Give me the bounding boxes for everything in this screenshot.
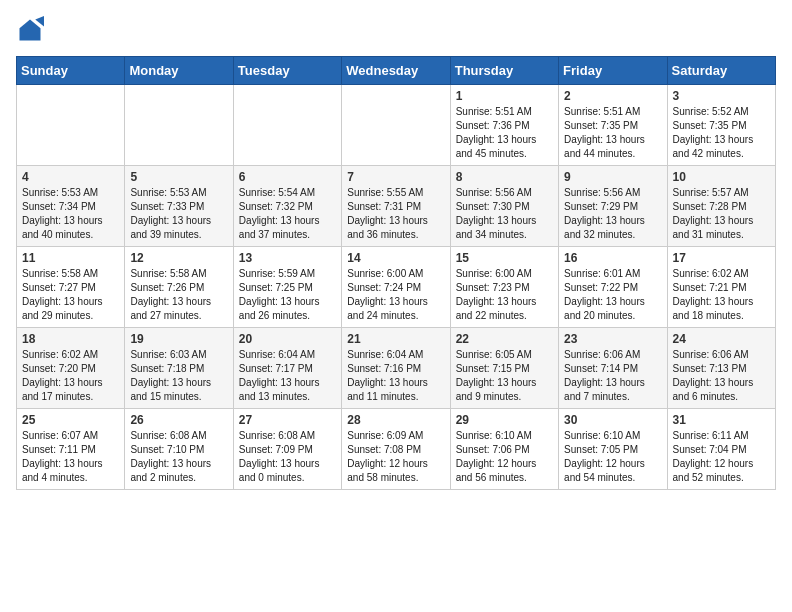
day-number: 3 bbox=[673, 89, 770, 103]
day-info: Sunrise: 5:53 AM Sunset: 7:33 PM Dayligh… bbox=[130, 186, 227, 242]
calendar-cell: 26Sunrise: 6:08 AM Sunset: 7:10 PM Dayli… bbox=[125, 409, 233, 490]
day-info: Sunrise: 6:00 AM Sunset: 7:23 PM Dayligh… bbox=[456, 267, 553, 323]
day-number: 24 bbox=[673, 332, 770, 346]
calendar-cell: 20Sunrise: 6:04 AM Sunset: 7:17 PM Dayli… bbox=[233, 328, 341, 409]
day-number: 9 bbox=[564, 170, 661, 184]
day-number: 22 bbox=[456, 332, 553, 346]
day-info: Sunrise: 5:55 AM Sunset: 7:31 PM Dayligh… bbox=[347, 186, 444, 242]
calendar-cell: 30Sunrise: 6:10 AM Sunset: 7:05 PM Dayli… bbox=[559, 409, 667, 490]
calendar-cell: 14Sunrise: 6:00 AM Sunset: 7:24 PM Dayli… bbox=[342, 247, 450, 328]
calendar-cell: 27Sunrise: 6:08 AM Sunset: 7:09 PM Dayli… bbox=[233, 409, 341, 490]
day-number: 12 bbox=[130, 251, 227, 265]
calendar-table: SundayMondayTuesdayWednesdayThursdayFrid… bbox=[16, 56, 776, 490]
calendar-cell: 4Sunrise: 5:53 AM Sunset: 7:34 PM Daylig… bbox=[17, 166, 125, 247]
calendar-cell: 16Sunrise: 6:01 AM Sunset: 7:22 PM Dayli… bbox=[559, 247, 667, 328]
svg-marker-0 bbox=[20, 20, 41, 41]
day-info: Sunrise: 5:57 AM Sunset: 7:28 PM Dayligh… bbox=[673, 186, 770, 242]
calendar-cell bbox=[125, 85, 233, 166]
day-info: Sunrise: 6:08 AM Sunset: 7:10 PM Dayligh… bbox=[130, 429, 227, 485]
calendar-cell: 31Sunrise: 6:11 AM Sunset: 7:04 PM Dayli… bbox=[667, 409, 775, 490]
calendar-cell: 9Sunrise: 5:56 AM Sunset: 7:29 PM Daylig… bbox=[559, 166, 667, 247]
day-number: 5 bbox=[130, 170, 227, 184]
calendar-cell: 17Sunrise: 6:02 AM Sunset: 7:21 PM Dayli… bbox=[667, 247, 775, 328]
week-row-3: 11Sunrise: 5:58 AM Sunset: 7:27 PM Dayli… bbox=[17, 247, 776, 328]
day-number: 20 bbox=[239, 332, 336, 346]
day-info: Sunrise: 5:59 AM Sunset: 7:25 PM Dayligh… bbox=[239, 267, 336, 323]
day-number: 21 bbox=[347, 332, 444, 346]
day-number: 19 bbox=[130, 332, 227, 346]
day-info: Sunrise: 6:06 AM Sunset: 7:14 PM Dayligh… bbox=[564, 348, 661, 404]
calendar-cell: 10Sunrise: 5:57 AM Sunset: 7:28 PM Dayli… bbox=[667, 166, 775, 247]
calendar-cell: 5Sunrise: 5:53 AM Sunset: 7:33 PM Daylig… bbox=[125, 166, 233, 247]
day-number: 25 bbox=[22, 413, 119, 427]
day-info: Sunrise: 6:11 AM Sunset: 7:04 PM Dayligh… bbox=[673, 429, 770, 485]
week-row-2: 4Sunrise: 5:53 AM Sunset: 7:34 PM Daylig… bbox=[17, 166, 776, 247]
calendar-cell: 28Sunrise: 6:09 AM Sunset: 7:08 PM Dayli… bbox=[342, 409, 450, 490]
day-number: 30 bbox=[564, 413, 661, 427]
day-info: Sunrise: 5:51 AM Sunset: 7:36 PM Dayligh… bbox=[456, 105, 553, 161]
header-day-saturday: Saturday bbox=[667, 57, 775, 85]
calendar-cell bbox=[17, 85, 125, 166]
day-info: Sunrise: 6:00 AM Sunset: 7:24 PM Dayligh… bbox=[347, 267, 444, 323]
day-number: 31 bbox=[673, 413, 770, 427]
day-number: 18 bbox=[22, 332, 119, 346]
header-day-tuesday: Tuesday bbox=[233, 57, 341, 85]
calendar-cell: 19Sunrise: 6:03 AM Sunset: 7:18 PM Dayli… bbox=[125, 328, 233, 409]
day-number: 13 bbox=[239, 251, 336, 265]
day-number: 27 bbox=[239, 413, 336, 427]
day-info: Sunrise: 6:08 AM Sunset: 7:09 PM Dayligh… bbox=[239, 429, 336, 485]
calendar-cell: 21Sunrise: 6:04 AM Sunset: 7:16 PM Dayli… bbox=[342, 328, 450, 409]
day-info: Sunrise: 6:05 AM Sunset: 7:15 PM Dayligh… bbox=[456, 348, 553, 404]
calendar-cell: 1Sunrise: 5:51 AM Sunset: 7:36 PM Daylig… bbox=[450, 85, 558, 166]
day-info: Sunrise: 6:10 AM Sunset: 7:06 PM Dayligh… bbox=[456, 429, 553, 485]
day-info: Sunrise: 6:09 AM Sunset: 7:08 PM Dayligh… bbox=[347, 429, 444, 485]
header-day-wednesday: Wednesday bbox=[342, 57, 450, 85]
header-day-friday: Friday bbox=[559, 57, 667, 85]
calendar-cell bbox=[342, 85, 450, 166]
calendar-cell: 15Sunrise: 6:00 AM Sunset: 7:23 PM Dayli… bbox=[450, 247, 558, 328]
day-number: 8 bbox=[456, 170, 553, 184]
calendar-cell: 12Sunrise: 5:58 AM Sunset: 7:26 PM Dayli… bbox=[125, 247, 233, 328]
day-info: Sunrise: 5:56 AM Sunset: 7:29 PM Dayligh… bbox=[564, 186, 661, 242]
calendar-cell: 13Sunrise: 5:59 AM Sunset: 7:25 PM Dayli… bbox=[233, 247, 341, 328]
calendar-cell: 3Sunrise: 5:52 AM Sunset: 7:35 PM Daylig… bbox=[667, 85, 775, 166]
calendar-cell: 2Sunrise: 5:51 AM Sunset: 7:35 PM Daylig… bbox=[559, 85, 667, 166]
day-info: Sunrise: 6:07 AM Sunset: 7:11 PM Dayligh… bbox=[22, 429, 119, 485]
header-day-monday: Monday bbox=[125, 57, 233, 85]
week-row-1: 1Sunrise: 5:51 AM Sunset: 7:36 PM Daylig… bbox=[17, 85, 776, 166]
day-info: Sunrise: 6:02 AM Sunset: 7:21 PM Dayligh… bbox=[673, 267, 770, 323]
day-number: 6 bbox=[239, 170, 336, 184]
day-number: 2 bbox=[564, 89, 661, 103]
day-number: 26 bbox=[130, 413, 227, 427]
day-info: Sunrise: 6:01 AM Sunset: 7:22 PM Dayligh… bbox=[564, 267, 661, 323]
day-info: Sunrise: 6:06 AM Sunset: 7:13 PM Dayligh… bbox=[673, 348, 770, 404]
day-info: Sunrise: 5:51 AM Sunset: 7:35 PM Dayligh… bbox=[564, 105, 661, 161]
day-number: 15 bbox=[456, 251, 553, 265]
day-number: 29 bbox=[456, 413, 553, 427]
header-day-thursday: Thursday bbox=[450, 57, 558, 85]
day-info: Sunrise: 5:52 AM Sunset: 7:35 PM Dayligh… bbox=[673, 105, 770, 161]
day-number: 4 bbox=[22, 170, 119, 184]
day-number: 7 bbox=[347, 170, 444, 184]
day-number: 28 bbox=[347, 413, 444, 427]
calendar-cell: 23Sunrise: 6:06 AM Sunset: 7:14 PM Dayli… bbox=[559, 328, 667, 409]
day-number: 23 bbox=[564, 332, 661, 346]
day-info: Sunrise: 5:56 AM Sunset: 7:30 PM Dayligh… bbox=[456, 186, 553, 242]
page-header bbox=[16, 16, 776, 44]
day-info: Sunrise: 6:10 AM Sunset: 7:05 PM Dayligh… bbox=[564, 429, 661, 485]
week-row-4: 18Sunrise: 6:02 AM Sunset: 7:20 PM Dayli… bbox=[17, 328, 776, 409]
calendar-cell: 6Sunrise: 5:54 AM Sunset: 7:32 PM Daylig… bbox=[233, 166, 341, 247]
calendar-cell bbox=[233, 85, 341, 166]
day-number: 14 bbox=[347, 251, 444, 265]
day-info: Sunrise: 5:53 AM Sunset: 7:34 PM Dayligh… bbox=[22, 186, 119, 242]
calendar-cell: 7Sunrise: 5:55 AM Sunset: 7:31 PM Daylig… bbox=[342, 166, 450, 247]
day-info: Sunrise: 6:03 AM Sunset: 7:18 PM Dayligh… bbox=[130, 348, 227, 404]
calendar-cell: 18Sunrise: 6:02 AM Sunset: 7:20 PM Dayli… bbox=[17, 328, 125, 409]
day-info: Sunrise: 5:58 AM Sunset: 7:26 PM Dayligh… bbox=[130, 267, 227, 323]
svg-marker-1 bbox=[35, 16, 44, 27]
calendar-cell: 8Sunrise: 5:56 AM Sunset: 7:30 PM Daylig… bbox=[450, 166, 558, 247]
day-number: 17 bbox=[673, 251, 770, 265]
day-number: 11 bbox=[22, 251, 119, 265]
day-info: Sunrise: 6:02 AM Sunset: 7:20 PM Dayligh… bbox=[22, 348, 119, 404]
calendar-cell: 24Sunrise: 6:06 AM Sunset: 7:13 PM Dayli… bbox=[667, 328, 775, 409]
